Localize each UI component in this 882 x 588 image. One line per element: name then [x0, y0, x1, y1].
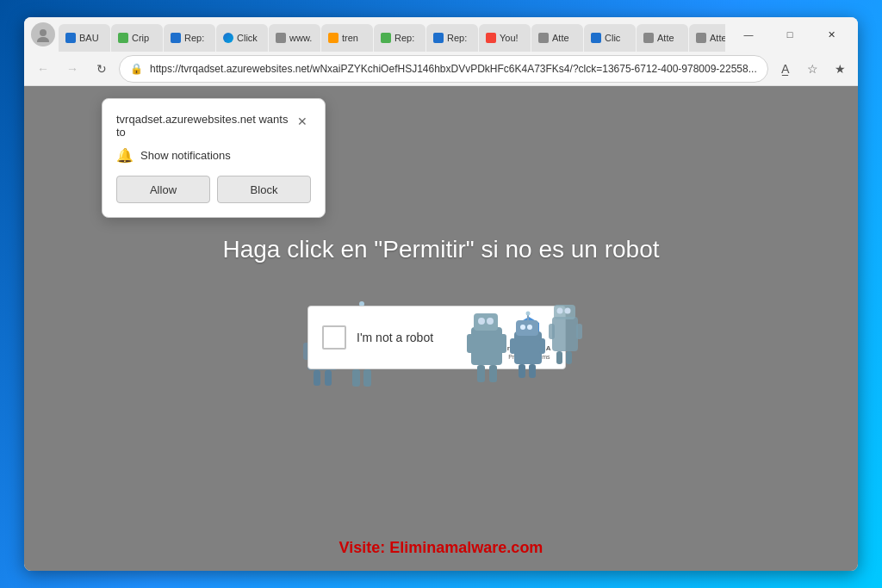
svg-rect-33 — [510, 338, 516, 354]
tab-label: www. — [289, 33, 312, 43]
tab-favicon — [118, 33, 128, 43]
tab-atte1[interactable]: Atte — [531, 24, 583, 52]
svg-rect-18 — [363, 369, 371, 387]
svg-rect-30 — [516, 320, 538, 336]
svg-point-23 — [478, 318, 485, 325]
svg-point-0 — [40, 29, 47, 36]
svg-rect-43 — [549, 324, 555, 339]
back-button[interactable]: ← — [31, 57, 55, 81]
address-bar[interactable]: 🔒 https://tvrqadset.azurewebsites.net/wN… — [119, 55, 768, 83]
refresh-button[interactable]: ↻ — [90, 57, 114, 81]
tab-clic[interactable]: Clic — [584, 24, 636, 52]
title-bar: BAU Crip Rep: Click — [24, 17, 858, 52]
page-center-content: Haga click en "Permitir" si no es un rob… — [223, 236, 660, 422]
tab-label: You! — [500, 33, 519, 43]
tab-tren[interactable]: tren — [321, 24, 373, 52]
svg-rect-9 — [314, 370, 320, 386]
svg-point-32 — [527, 325, 532, 330]
captcha-checkbox[interactable] — [322, 325, 346, 350]
tab-www[interactable]: www. — [269, 24, 320, 52]
tab-crip[interactable]: Crip — [111, 24, 163, 52]
tab-rep2[interactable]: Rep: — [374, 24, 425, 52]
svg-rect-46 — [566, 351, 572, 364]
tab-favicon — [171, 33, 181, 43]
forward-button[interactable]: → — [60, 57, 84, 81]
tab-label: Atte — [657, 33, 674, 43]
svg-rect-27 — [477, 365, 485, 382]
svg-point-24 — [487, 318, 494, 325]
svg-rect-45 — [556, 351, 562, 364]
svg-rect-10 — [325, 370, 332, 386]
tab-label: Clic — [605, 33, 620, 43]
popup-header: tvrqadset.azurewebsites.net wants to ✕ — [116, 113, 311, 139]
svg-point-31 — [520, 325, 525, 330]
tab-label: BAU — [79, 33, 99, 43]
svg-point-42 — [564, 307, 570, 313]
desktop: BAU Crip Rep: Click — [0, 0, 882, 588]
collections-button[interactable]: ★ — [829, 57, 853, 81]
popup-title: tvrqadset.azurewebsites.net wants to — [116, 113, 294, 139]
tab-favicon — [65, 33, 76, 43]
profile-icon[interactable] — [31, 22, 55, 46]
svg-rect-25 — [467, 334, 474, 353]
svg-point-38 — [525, 311, 530, 315]
svg-rect-22 — [474, 313, 498, 331]
svg-rect-39 — [552, 317, 578, 351]
robots-illustration: I'm not a robot reCAPTCHA — [295, 284, 587, 422]
svg-rect-17 — [352, 369, 360, 387]
svg-rect-29 — [514, 331, 542, 364]
tab-bau[interactable]: BAU — [59, 24, 110, 52]
browser-window: BAU Crip Rep: Click — [24, 17, 858, 571]
nav-right-icons: A̲ ☆ ★ ⋯ — [773, 57, 858, 81]
minimize-button[interactable]: — — [729, 21, 768, 48]
tab-atte3[interactable]: Atte — [689, 24, 725, 52]
tab-favicon — [328, 33, 339, 43]
popup-notification-row: 🔔 Show notifications — [116, 147, 311, 164]
svg-point-1 — [37, 37, 49, 42]
tab-favicon — [433, 33, 444, 43]
block-button[interactable]: Block — [217, 176, 311, 203]
svg-rect-35 — [519, 364, 525, 378]
svg-point-41 — [556, 307, 562, 313]
svg-rect-36 — [529, 364, 536, 378]
nav-bar: ← → ↻ 🔒 https://tvrqadset.azurewebsites.… — [24, 52, 858, 86]
address-text: https://tvrqadset.azurewebsites.net/wNxa… — [150, 63, 757, 75]
tab-rep3[interactable]: Rep: — [426, 24, 478, 52]
svg-rect-40 — [554, 305, 575, 319]
tab-bar: BAU Crip Rep: Click — [59, 17, 725, 52]
robots-captcha-area: I'm not a robot reCAPTCHA — [295, 284, 587, 422]
bell-icon: 🔔 — [116, 147, 134, 164]
svg-rect-34 — [539, 338, 545, 354]
tab-label: Rep: — [394, 33, 414, 43]
tab-label: Crip — [132, 33, 149, 43]
tab-favicon — [591, 33, 601, 43]
tab-rep1[interactable]: Rep: — [164, 24, 215, 52]
allow-button[interactable]: Allow — [116, 176, 210, 203]
popup-notification-text: Show notifications — [140, 149, 231, 162]
tab-favicon — [223, 33, 233, 43]
svg-rect-44 — [576, 324, 582, 339]
svg-rect-28 — [489, 365, 497, 382]
svg-rect-21 — [471, 327, 502, 365]
tab-favicon — [381, 33, 391, 43]
notification-popup: tvrqadset.azurewebsites.net wants to ✕ 🔔… — [102, 98, 326, 218]
tab-label: Rep: — [447, 33, 467, 43]
favorites-button[interactable]: ☆ — [801, 57, 825, 81]
lock-icon: 🔒 — [130, 63, 143, 75]
tab-you[interactable]: You! — [479, 24, 531, 52]
popup-buttons: Allow Block — [116, 176, 311, 203]
tab-label: Rep: — [184, 33, 204, 43]
popup-close-button[interactable]: ✕ — [294, 113, 311, 130]
tab-favicon — [486, 33, 496, 43]
tab-favicon — [643, 33, 654, 43]
tab-favicon — [276, 33, 286, 43]
close-button[interactable]: ✕ — [811, 21, 851, 48]
more-button[interactable]: ⋯ — [856, 57, 858, 81]
tab-favicon — [538, 33, 549, 43]
page-content: tvrqadset.azurewebsites.net wants to ✕ 🔔… — [24, 86, 858, 571]
maximize-button[interactable]: □ — [770, 21, 810, 48]
tab-atte2[interactable]: Atte — [637, 24, 688, 52]
tab-click1[interactable]: Click — [216, 24, 268, 52]
read-aloud-button[interactable]: A̲ — [773, 57, 798, 81]
tab-label: Atte — [710, 33, 725, 43]
